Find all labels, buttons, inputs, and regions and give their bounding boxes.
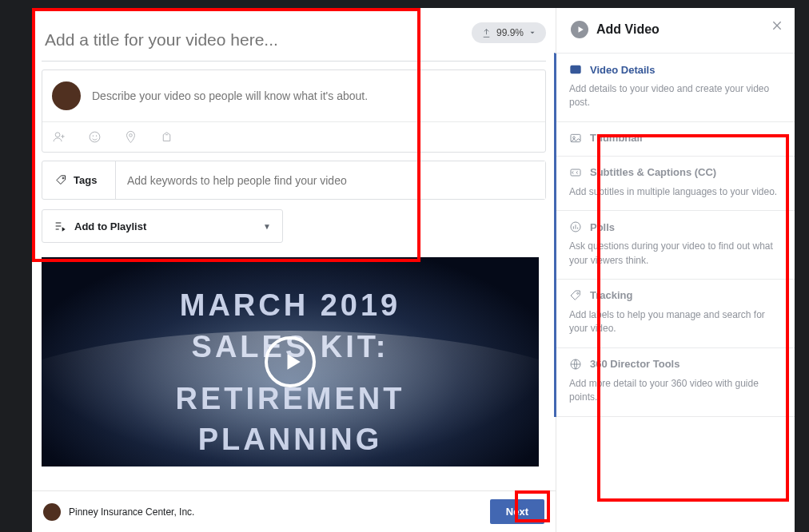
right-sidebar: Add Video Video Details Add details to y… [556,8,795,532]
upload-progress-text: 99.9% [496,27,524,38]
sidebar-item-title: Video Details [590,64,655,76]
description-card [42,69,546,153]
sidebar-item-desc: Add more detail to your 360 video with g… [569,377,782,405]
add-video-icon [571,21,588,38]
close-icon [771,19,783,32]
svg-point-2 [93,136,94,137]
sidebar-item-video-details[interactable]: Video Details Add details to your video … [556,54,795,122]
sidebar-item-360-tools[interactable]: 360 Director Tools Add more detail to yo… [556,348,795,417]
add-to-playlist-dropdown[interactable]: Add to Playlist ▼ [42,209,283,243]
upload-icon [481,28,492,38]
tags-label-text: Tags [74,174,97,186]
sidebar-item-subtitles[interactable]: Subtitles & Captions (CC) Add subtitles … [556,157,795,211]
tags-input[interactable] [116,161,545,199]
play-button[interactable] [265,336,316,387]
location-icon[interactable] [124,130,137,144]
main-column: 99.9% Tags Add t [32,8,556,532]
footer-page-name: Pinney Insurance Center, Inc. [69,506,194,518]
playlist-label: Add to Playlist [74,220,146,232]
sidebar-item-title: Subtitles & Captions (CC) [590,166,716,178]
sidebar-item-thumbnail[interactable]: Thumbnail [556,122,795,157]
chevron-down-icon: ▼ [263,222,271,231]
globe-icon [569,358,582,371]
modal-footer: Pinney Insurance Center, Inc. Next [32,490,556,532]
details-icon [569,63,582,76]
cc-icon [569,166,582,179]
sidebar-item-polls[interactable]: Polls Ask questions during your video to… [556,211,795,280]
tags-card: Tags [42,161,546,200]
sidebar-item-title: 360 Director Tools [590,358,679,370]
tags-label: Tags [42,161,116,199]
emoji-icon[interactable] [88,130,102,144]
footer-page-avatar [43,503,61,521]
video-description-input[interactable] [92,89,536,102]
svg-point-1 [90,132,100,142]
tracking-icon [569,289,582,302]
product-tag-icon[interactable] [160,130,173,144]
sidebar-item-tracking[interactable]: Tracking Add labels to help you manage a… [556,280,795,348]
chevron-down-icon [528,29,536,37]
thumbnail-icon [569,132,582,145]
svg-point-8 [573,137,576,139]
next-button[interactable]: Next [490,499,544,524]
svg-rect-6 [571,66,580,73]
video-title-input[interactable] [42,16,546,61]
play-icon [576,26,584,34]
svg-point-11 [577,292,579,294]
play-icon [282,351,303,372]
svg-point-0 [55,133,60,137]
polls-icon [569,220,582,233]
sidebar-item-desc: Ask questions during your video to find … [569,240,782,268]
video-preview[interactable]: MARCH 2019 SALES KIT: RETIREMENT PLANNIN… [42,257,539,466]
upload-progress-badge[interactable]: 99.9% [472,22,546,43]
sidebar-item-title: Tracking [590,289,632,301]
video-text-line-1: MARCH 2019 [180,285,401,326]
svg-point-5 [62,177,64,179]
svg-point-4 [130,134,133,137]
sidebar-item-desc: Add details to your video and create you… [569,82,782,110]
sidebar-item-desc: Add labels to help you manage and search… [569,308,782,336]
sidebar-item-title: Polls [590,221,615,233]
composer-tool-row [42,121,545,152]
sidebar-item-title: Thumbnail [590,132,643,144]
sidebar-sections: Video Details Add details to your video … [554,53,795,417]
sidebar-item-desc: Add subtitles in multiple languages to y… [569,185,782,199]
close-button[interactable] [771,19,783,32]
divider [42,61,546,62]
playlist-icon [54,220,66,232]
add-video-modal: 99.9% Tags Add t [32,8,795,532]
sidebar-title: Add Video [596,22,660,37]
svg-point-3 [96,136,97,137]
tag-icon [55,174,67,186]
tag-people-icon[interactable] [52,130,66,144]
page-avatar [52,81,81,110]
